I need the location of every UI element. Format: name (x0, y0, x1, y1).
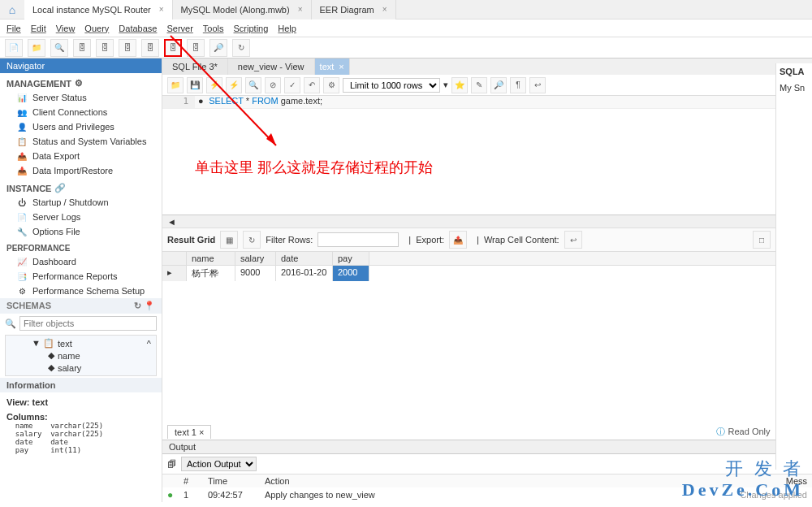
sql-tab-newview[interactable]: new_view - View (228, 58, 315, 75)
wrap-icon[interactable]: ↩ (529, 77, 546, 93)
tb-new-sql-icon[interactable]: 📄 (5, 39, 23, 57)
nav-data-export[interactable]: 📤Data Export (0, 149, 162, 163)
tb-stored-procedure-icon[interactable]: 🗄 (164, 39, 182, 57)
nav-perf-reports[interactable]: 📑Performance Reports (0, 269, 162, 284)
explain-icon[interactable]: 🔍 (245, 77, 261, 93)
invisible-chars-icon[interactable]: ¶ (510, 77, 526, 93)
tb-inspector-icon[interactable]: 🔍 (50, 39, 68, 57)
sql-tab-file3[interactable]: SQL File 3* (162, 58, 228, 75)
filter-objects-input[interactable] (19, 316, 157, 331)
output-type-row: 🗐 Action Output (162, 454, 812, 474)
refresh-grid-icon[interactable]: ↻ (243, 231, 261, 249)
row-selector-header[interactable] (162, 252, 187, 265)
connections-icon: 👥 (16, 106, 28, 118)
out-col-num[interactable]: # (184, 476, 208, 486)
limit-rows-select[interactable]: Limit to 1000 rows (343, 78, 440, 93)
maximize-icon[interactable]: □ (753, 231, 771, 249)
cell-salary[interactable]: 9000 (235, 266, 276, 281)
gear-icon: ⚙ (75, 78, 83, 89)
close-icon[interactable]: × (339, 62, 343, 72)
wrap-cell-icon[interactable]: ↩ (564, 231, 582, 249)
dashboard-icon: 📈 (16, 256, 28, 267)
tree-node-text[interactable]: ▼ 📋 text^ (7, 337, 154, 349)
grid-view-icon[interactable]: ▦ (220, 231, 238, 249)
top-tab-eer[interactable]: EER Diagram × (312, 0, 396, 20)
out-col-time[interactable]: Time (208, 476, 265, 486)
tb-refresh-icon[interactable]: ↻ (232, 39, 250, 57)
col-name[interactable]: name (187, 252, 235, 265)
editor-whitespace[interactable]: 单击这里 那么这就是存储过程的开始 (162, 109, 812, 214)
nav-status-variables[interactable]: 📋Status and System Variables (0, 134, 162, 149)
col-date[interactable]: date (276, 252, 333, 265)
result-grid[interactable]: name salary date pay ▸ 杨千桦 9000 2016-01-… (162, 252, 775, 423)
export-icon[interactable]: 📤 (449, 231, 467, 249)
tree-column-name[interactable]: ◆ name (7, 349, 154, 362)
watermark-bottom: DevZe.CoM (682, 479, 804, 500)
menu-edit[interactable]: Edit (31, 24, 46, 33)
sql-editor-line[interactable]: 1 ● SELECT * FROM game.text; (162, 96, 812, 109)
col-salary[interactable]: salary (235, 252, 276, 265)
menu-file[interactable]: File (6, 24, 21, 33)
scroll-left-icon[interactable]: ◄ (167, 217, 176, 227)
nav-perf-schema[interactable]: ⚙Performance Schema Setup (0, 284, 162, 298)
navigator-sidebar: Navigator MANAGEMENT ⚙ 📊Server Status 👥C… (0, 58, 162, 502)
nav-data-import[interactable]: 📥Data Import/Restore (0, 163, 162, 178)
menu-scripting[interactable]: Scripting (234, 24, 269, 33)
nav-server-logs[interactable]: 📄Server Logs (0, 210, 162, 224)
tb-db6-icon[interactable]: 🗄 (187, 39, 205, 57)
filter-rows-input[interactable] (317, 232, 399, 247)
info-icon: ⓘ (716, 426, 725, 438)
nav-options-file[interactable]: 🔧Options File (0, 224, 162, 239)
top-tab-label: Local instance MySQL Router (32, 5, 151, 15)
star-icon[interactable]: ⭐ (451, 77, 468, 93)
tb-db4-icon[interactable]: 🗄 (141, 39, 159, 57)
tb-db3-icon[interactable]: 🗄 (119, 39, 136, 57)
sql-tab-text[interactable]: text × (315, 58, 350, 75)
execute-icon[interactable]: ⚡ (206, 77, 222, 93)
nav-users-privileges[interactable]: 👤Users and Privileges (0, 119, 162, 134)
col-pay[interactable]: pay (333, 252, 369, 265)
commit-icon[interactable]: ✓ (284, 77, 300, 93)
top-tab-mysql-router[interactable]: Local instance MySQL Router × (24, 0, 173, 20)
horizontal-scroll[interactable]: ◄ (162, 214, 812, 228)
output-type-select[interactable]: Action Output (181, 457, 257, 471)
export-label: Export: (416, 235, 444, 245)
cell-pay[interactable]: 2000 (333, 266, 369, 281)
chevron-down-icon[interactable]: ▾ (443, 80, 448, 90)
tb-open-sql-icon[interactable]: 📁 (28, 39, 45, 57)
menu-tools[interactable]: Tools (203, 24, 224, 33)
nav-server-status[interactable]: 📊Server Status (0, 90, 162, 105)
close-icon[interactable]: × (378, 5, 387, 14)
autocommit-icon[interactable]: ⚙ (323, 77, 339, 93)
cell-date[interactable]: 2016-01-20 (276, 266, 333, 281)
open-file-icon[interactable]: 📁 (167, 77, 184, 93)
menu-server[interactable]: Server (166, 24, 192, 33)
close-icon[interactable]: × (199, 427, 204, 437)
top-tab-model[interactable]: MySQL Model (Along.mwb) × (173, 0, 312, 20)
rollback-icon[interactable]: ↶ (304, 77, 320, 93)
tb-db2-icon[interactable]: 🗄 (96, 39, 114, 57)
tb-search-icon[interactable]: 🔎 (209, 39, 227, 57)
execute-step-icon[interactable]: ⚡ (226, 77, 242, 93)
grid-data-row[interactable]: ▸ 杨千桦 9000 2016-01-20 2000 (162, 266, 775, 281)
nav-dashboard[interactable]: 📈Dashboard (0, 254, 162, 269)
refresh-icon[interactable]: ↻ 📍 (134, 301, 155, 311)
close-icon[interactable]: × (155, 5, 164, 14)
tree-column-salary[interactable]: ◆ salary (7, 362, 154, 374)
close-icon[interactable]: × (294, 5, 303, 14)
bottom-tab-text1[interactable]: text 1 × (167, 425, 211, 439)
menu-view[interactable]: View (56, 24, 76, 33)
save-icon[interactable]: 💾 (187, 77, 203, 93)
menu-database[interactable]: Database (119, 24, 157, 33)
tb-db1-icon[interactable]: 🗄 (73, 39, 91, 57)
nav-startup-shutdown[interactable]: ⏻Startup / Shutdown (0, 195, 162, 210)
menu-help[interactable]: Help (278, 24, 296, 33)
find-icon[interactable]: 🔎 (490, 77, 507, 93)
stop-icon[interactable]: ⊘ (265, 77, 281, 93)
nav-client-connections[interactable]: 👥Client Connections (0, 105, 162, 119)
cell-name[interactable]: 杨千桦 (187, 266, 235, 281)
home-icon[interactable]: ⌂ (0, 3, 24, 16)
beautify-icon[interactable]: ✎ (471, 77, 487, 93)
row-selector[interactable]: ▸ (162, 266, 187, 281)
menu-query[interactable]: Query (84, 24, 109, 33)
